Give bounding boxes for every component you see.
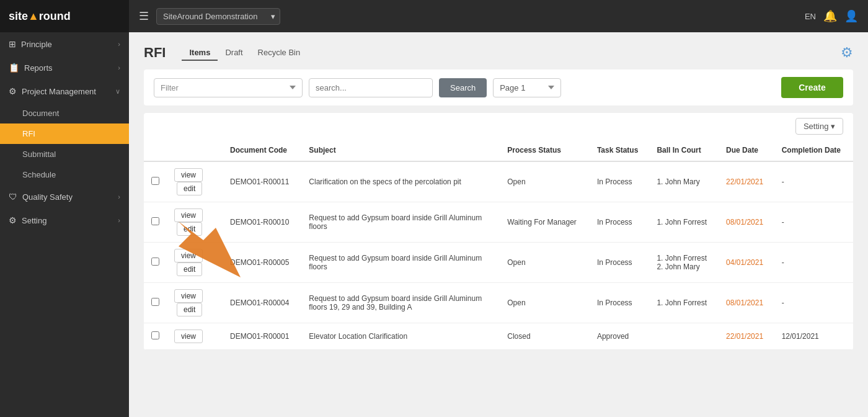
page-title: RFI [144, 45, 166, 61]
reports-icon: 📋 [9, 63, 19, 73]
sidebar-label-reports: Reports [24, 63, 53, 73]
row-checkbox[interactable] [151, 258, 159, 266]
sidebar-sub-item-submittal[interactable]: Submittal [0, 144, 129, 164]
sub-label-document: Document [22, 109, 59, 118]
process-status-cell: Open [500, 161, 590, 202]
view-button[interactable]: view [174, 330, 203, 343]
sidebar-item-setting[interactable]: ⚙ Setting › [0, 208, 129, 232]
page-select[interactable]: Page 1 [493, 78, 561, 97]
tab-draft[interactable]: Draft [218, 45, 250, 61]
doc-code-cell: DEMO01-R00001 [223, 323, 301, 350]
sidebar-item-reports[interactable]: 📋 Reports › [0, 56, 129, 79]
filter-select[interactable]: Filter [154, 78, 303, 97]
chevron-right-icon-quality: › [118, 193, 120, 200]
process-status-cell: Waiting For Manager [500, 202, 590, 243]
edit-button[interactable]: edit [177, 303, 202, 316]
sub-label-rfi: RFI [22, 129, 35, 138]
sub-label-submittal: Submittal [22, 150, 56, 159]
sidebar-item-quality-safety[interactable]: 🛡 Quality Safety › [0, 185, 129, 208]
sub-label-schedule: Schedule [22, 170, 56, 179]
search-button[interactable]: Search [439, 78, 487, 97]
sidebar-label-setting: Setting [22, 216, 46, 225]
doc-code-cell: DEMO01-R00010 [223, 202, 301, 243]
row-checkbox[interactable] [151, 177, 159, 185]
notification-bell-icon[interactable]: 🔔 [823, 9, 837, 23]
ball-in-court-cell: 1. John Mary [649, 161, 719, 202]
language-selector[interactable]: EN [805, 12, 816, 21]
process-status-cell: Closed [500, 323, 590, 350]
chevron-right-icon-reports: › [118, 64, 120, 71]
task-status-cell: In Process [590, 202, 649, 243]
hamburger-icon[interactable]: ☰ [139, 9, 149, 23]
page-tabs: Items Draft Recycle Bin [182, 45, 308, 61]
sidebar-label-project-mgmt: Project Management [22, 87, 96, 96]
edit-button[interactable]: edit [177, 262, 202, 276]
edit-button[interactable]: edit [177, 222, 202, 236]
sidebar-item-principle[interactable]: ⊞ Principle › [0, 32, 129, 56]
tab-items[interactable]: Items [182, 45, 218, 61]
row-checkbox[interactable] [151, 217, 159, 225]
logo-arrow-icon: ▲ [28, 10, 39, 23]
settings-gear-icon[interactable]: ⚙ [841, 45, 853, 61]
subject-cell: Clarification on the specs of the percol… [301, 161, 500, 202]
view-button[interactable]: view [174, 168, 203, 182]
sidebar-sub-item-schedule[interactable]: Schedule [0, 164, 129, 185]
subject-cell: Request to add Gypsum board inside Grill… [301, 243, 500, 283]
process-status-cell: Open [500, 243, 590, 283]
sidebar-sub-item-document[interactable]: Document [0, 103, 129, 123]
col-process-status: Process Status [500, 140, 590, 161]
rfi-table: Document Code Subject Process Status Tas… [144, 140, 853, 350]
col-due-date: Due Date [719, 140, 774, 161]
completion-date-cell: - [774, 202, 853, 243]
col-check [144, 140, 167, 161]
view-button[interactable]: view [174, 249, 203, 262]
view-button[interactable]: view [174, 289, 203, 303]
app-logo: site ▲ round [0, 0, 129, 32]
completion-date-cell: - [774, 243, 853, 283]
ball-in-court-cell: 1. John Forrest 2. John Mary [649, 243, 719, 283]
table-row: vieweditDEMO01-R00011Clarification on th… [144, 161, 853, 202]
col-subject: Subject [301, 140, 500, 161]
due-date-cell: 08/01/2021 [719, 283, 774, 323]
col-completion-date: Completion Date [774, 140, 853, 161]
chevron-right-icon: › [118, 40, 120, 48]
project-select[interactable]: SiteAround Demonstration [156, 8, 280, 25]
subject-cell: Request to add Gypsum board inside Grill… [301, 202, 500, 243]
setting-dropdown-button[interactable]: Setting ▾ [795, 118, 843, 135]
tab-recycle-bin[interactable]: Recycle Bin [250, 45, 308, 61]
create-button[interactable]: Create [781, 77, 843, 98]
subject-cell: Request to add Gypsum board inside Grill… [301, 283, 500, 323]
table-row: viewDEMO01-R00001Elevator Location Clari… [144, 323, 853, 350]
table-header-row: Document Code Subject Process Status Tas… [144, 140, 853, 161]
principle-icon: ⊞ [9, 39, 16, 49]
row-checkbox[interactable] [151, 298, 159, 306]
rfi-table-container: Setting ▾ Document Code Subject Process … [144, 113, 853, 350]
due-date-cell: 22/01/2021 [719, 161, 774, 202]
edit-button[interactable]: edit [177, 182, 202, 195]
subject-cell: Elevator Location Clarification [301, 323, 500, 350]
ball-in-court-cell [649, 323, 719, 350]
logo-text-site: site [9, 10, 28, 23]
project-dropdown[interactable]: SiteAround Demonstration ▾ [156, 8, 280, 25]
chevron-down-icon: ∨ [115, 87, 120, 96]
view-button[interactable]: view [174, 208, 203, 222]
task-status-cell: In Process [590, 243, 649, 283]
sidebar-item-project-management[interactable]: ⚙ Project Management ∨ [0, 79, 129, 103]
table-row: vieweditDEMO01-R00005Request to add Gyps… [144, 243, 853, 283]
settings-bar: Setting ▾ [144, 113, 853, 140]
project-mgmt-icon: ⚙ [9, 86, 17, 96]
due-date-cell: 08/01/2021 [719, 202, 774, 243]
toolbar: Filter Search Page 1 Create [144, 70, 853, 105]
doc-code-cell: DEMO01-R00011 [223, 161, 301, 202]
user-avatar-icon[interactable]: 👤 [844, 9, 858, 23]
search-input[interactable] [309, 78, 433, 97]
sidebar-label-quality-safety: Quality Safety [22, 192, 73, 202]
row-checkbox[interactable] [151, 331, 159, 339]
setting-icon: ⚙ [9, 215, 17, 225]
completion-date-cell: - [774, 283, 853, 323]
col-doc-code: Document Code [223, 140, 301, 161]
logo-text-round: round [39, 10, 71, 23]
ball-in-court-cell: 1. John Forrest [649, 283, 719, 323]
completion-date-cell: - [774, 161, 853, 202]
sidebar-sub-item-rfi[interactable]: RFI [0, 123, 129, 144]
